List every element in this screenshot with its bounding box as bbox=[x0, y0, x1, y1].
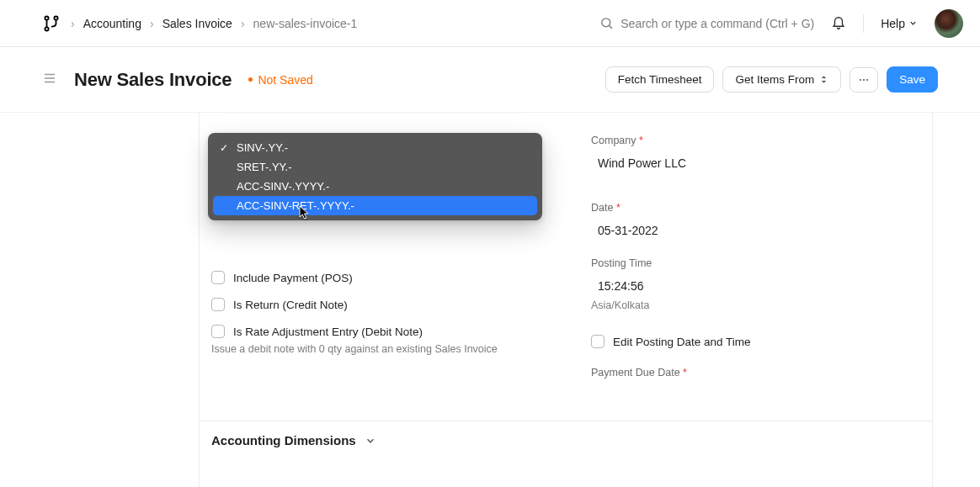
is-return-label: Is Return (Credit Note) bbox=[233, 299, 348, 311]
edit-posting-checkbox[interactable] bbox=[591, 335, 605, 348]
series-option-2[interactable]: ACC-SINV-.YYYY.- bbox=[213, 177, 537, 196]
save-button[interactable]: Save bbox=[887, 66, 938, 93]
is-return-row[interactable]: Is Return (Credit Note) bbox=[211, 291, 541, 318]
top-navbar: › Accounting › Sales Invoice › new-sales… bbox=[0, 0, 980, 47]
include-pos-checkbox[interactable] bbox=[211, 271, 225, 284]
required-asterisk: * bbox=[616, 202, 620, 214]
date-field-block: Date * 05-31-2022 bbox=[591, 202, 920, 242]
topbar-right: Search or type a command (Ctrl + G) Help bbox=[599, 9, 963, 38]
is-return-checkbox[interactable] bbox=[211, 298, 225, 311]
series-field-block: Series * ✓ SINV-.YY.- SRET-.YY.- ACC-SIN… bbox=[211, 135, 541, 151]
divider bbox=[863, 14, 864, 33]
kebab-icon bbox=[858, 74, 870, 86]
series-option-label: SINV-.YY.- bbox=[237, 141, 288, 154]
payment-due-block: Payment Due Date * bbox=[591, 367, 920, 384]
include-pos-row[interactable]: Include Payment (POS) bbox=[211, 264, 541, 291]
series-option-label: ACC-SINV-.YYYY.- bbox=[237, 180, 329, 193]
required-asterisk: * bbox=[639, 135, 643, 146]
date-value[interactable]: 05-31-2022 bbox=[591, 219, 920, 242]
status-badge: Not Saved bbox=[248, 73, 312, 87]
chevron-right-icon: › bbox=[241, 17, 245, 30]
breadcrumb-sales-invoice[interactable]: Sales Invoice bbox=[162, 17, 232, 30]
app-logo-icon[interactable] bbox=[42, 14, 61, 33]
series-option-3[interactable]: ACC-SINV-RET-.YYYY.- bbox=[213, 196, 537, 215]
page-title: New Sales Invoice bbox=[74, 69, 232, 91]
form-body: Series * ✓ SINV-.YY.- SRET-.YY.- ACC-SIN… bbox=[199, 113, 933, 487]
svg-point-2 bbox=[45, 27, 48, 30]
company-value[interactable]: Wind Power LLC bbox=[591, 151, 920, 175]
topbar-left: › Accounting › Sales Invoice › new-sales… bbox=[42, 14, 357, 33]
required-asterisk: * bbox=[683, 367, 687, 378]
check-icon: ✓ bbox=[218, 142, 230, 154]
svg-point-0 bbox=[45, 16, 48, 19]
breadcrumb-current: new-sales-invoice-1 bbox=[253, 17, 358, 30]
edit-posting-row[interactable]: Edit Posting Date and Time bbox=[591, 328, 920, 355]
search-icon bbox=[599, 16, 614, 30]
company-field-block: Company * Wind Power LLC bbox=[591, 135, 920, 175]
get-items-from-label: Get Items From bbox=[735, 73, 814, 86]
posting-time-label: Posting Time bbox=[591, 257, 920, 269]
breadcrumb-accounting[interactable]: Accounting bbox=[83, 17, 141, 30]
get-items-from-button[interactable]: Get Items From bbox=[722, 66, 841, 93]
chevron-down-icon bbox=[908, 19, 918, 28]
posting-time-value[interactable]: 15:24:56 bbox=[591, 274, 920, 298]
series-option-1[interactable]: SRET-.YY.- bbox=[213, 157, 537, 177]
rate-adjustment-help: Issue a debit note with 0 qty against an… bbox=[211, 343, 541, 355]
payment-due-label: Payment Due Date * bbox=[591, 367, 920, 378]
notifications-icon[interactable] bbox=[831, 14, 846, 32]
svg-point-1 bbox=[54, 16, 57, 19]
updown-icon bbox=[819, 75, 828, 84]
help-label: Help bbox=[881, 17, 905, 30]
chevron-down-icon bbox=[365, 435, 376, 447]
breadcrumb: › Accounting › Sales Invoice › new-sales… bbox=[71, 17, 357, 30]
rate-adjustment-checkbox[interactable] bbox=[211, 325, 225, 338]
series-option-label: ACC-SINV-RET-.YYYY.- bbox=[237, 199, 354, 212]
chevron-right-icon: › bbox=[150, 17, 154, 30]
edit-posting-label: Edit Posting Date and Time bbox=[613, 336, 751, 348]
accounting-dimensions-title: Accounting Dimensions bbox=[211, 433, 356, 447]
page-header-left: New Sales Invoice Not Saved bbox=[42, 69, 313, 91]
page-header: New Sales Invoice Not Saved Fetch Timesh… bbox=[0, 47, 980, 113]
status-dot-icon bbox=[248, 77, 253, 82]
more-actions-button[interactable] bbox=[850, 67, 878, 93]
fetch-timesheet-button[interactable]: Fetch Timesheet bbox=[605, 66, 715, 93]
date-label: Date * bbox=[591, 202, 920, 214]
global-search[interactable]: Search or type a command (Ctrl + G) bbox=[599, 16, 814, 30]
svg-point-6 bbox=[866, 78, 868, 80]
status-text: Not Saved bbox=[258, 73, 312, 87]
avatar[interactable] bbox=[935, 9, 963, 38]
series-option-0[interactable]: ✓ SINV-.YY.- bbox=[213, 138, 537, 157]
sidebar-toggle-icon[interactable] bbox=[42, 71, 57, 88]
series-option-label: SRET-.YY.- bbox=[237, 161, 292, 173]
rate-adjustment-label: Is Rate Adjustment Entry (Debit Note) bbox=[233, 326, 423, 338]
form-left-column: Series * ✓ SINV-.YY.- SRET-.YY.- ACC-SIN… bbox=[211, 135, 541, 395]
company-label: Company * bbox=[591, 135, 920, 146]
series-dropdown[interactable]: ✓ SINV-.YY.- SRET-.YY.- ACC-SINV-.YYYY.-… bbox=[208, 133, 542, 220]
accounting-dimensions-section[interactable]: Accounting Dimensions bbox=[200, 421, 932, 456]
chevron-right-icon: › bbox=[71, 17, 75, 30]
svg-point-4 bbox=[860, 78, 861, 80]
include-pos-label: Include Payment (POS) bbox=[233, 272, 353, 284]
help-menu[interactable]: Help bbox=[881, 17, 918, 30]
page-header-right: Fetch Timesheet Get Items From Save bbox=[605, 66, 938, 93]
timezone-text: Asia/Kolkata bbox=[591, 298, 920, 316]
rate-adjustment-row[interactable]: Is Rate Adjustment Entry (Debit Note) bbox=[211, 318, 541, 340]
form-right-column: Company * Wind Power LLC Date * 05-31-20… bbox=[591, 135, 920, 395]
search-placeholder: Search or type a command (Ctrl + G) bbox=[620, 17, 814, 30]
svg-point-5 bbox=[863, 78, 865, 80]
posting-time-block: Posting Time 15:24:56 Asia/Kolkata bbox=[591, 257, 920, 316]
svg-point-3 bbox=[602, 19, 610, 27]
